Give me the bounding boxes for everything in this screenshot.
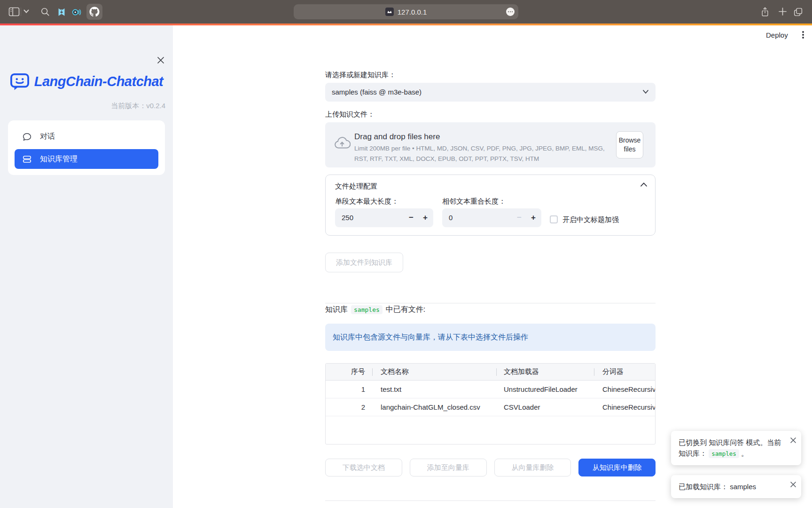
sidebar-close-icon[interactable] <box>156 56 165 65</box>
cell-loader: UnstructuredFileLoader <box>496 381 594 398</box>
file-dropzone[interactable]: Drag and drop files here Limit 200MB per… <box>325 122 656 167</box>
toast-kb-loaded: 已加载知识库： samples <box>671 475 801 498</box>
chunk-size-minus-button[interactable]: − <box>406 208 416 227</box>
kb-files-table: 序号 文档名称 文档加载器 分词器 1 test.txt Unstructure… <box>325 363 656 444</box>
kb-name-code: samples <box>709 449 739 458</box>
add-files-to-kb-button[interactable]: 添加文件到知识库 <box>325 253 403 272</box>
chunk-overlap-label: 相邻文本重合长度： <box>442 197 506 206</box>
kb-files-heading: 知识库 samples 中已有文件: <box>325 305 425 315</box>
dropzone-limit-text: Limit 200MB per file • HTML, MD, JSON, C… <box>354 143 606 164</box>
table-row[interactable]: 2 langchain-ChatGLM_closed.csv CSVLoader… <box>326 398 655 416</box>
chunk-overlap-input[interactable]: 0 − + <box>442 208 541 227</box>
download-selected-button[interactable]: 下载选中文档 <box>325 459 402 476</box>
table-row[interactable]: 1 test.txt UnstructuredFileLoader Chines… <box>326 381 655 398</box>
browser-toolbar: 127.0.0.1 <box>0 0 812 24</box>
sidebar-item-knowledge-base[interactable]: 知识库管理 <box>15 149 158 169</box>
cell-splitter: ChineseRecursiveT <box>594 381 655 398</box>
cell-name: langchain-ChatGLM_closed.csv <box>372 398 496 416</box>
chunk-size-label: 单段文本最大长度： <box>335 197 398 206</box>
app-logo: LangChain-Chatchat <box>0 72 173 91</box>
kb-select-label: 请选择或新建知识库： <box>325 71 396 79</box>
version-label: 当前版本：v0.2.4 <box>111 102 165 111</box>
sidebar-item-label: 对话 <box>40 132 55 142</box>
chunk-size-input[interactable]: 250 − + <box>335 208 433 227</box>
file-config-panel: 文件处理配置 单段文本最大长度： 相邻文本重合长度： 250 − + 0 − +… <box>325 175 656 236</box>
app-logo-text: LangChain-Chatchat <box>34 74 164 89</box>
toast-close-icon[interactable] <box>790 481 796 488</box>
share-icon[interactable] <box>760 7 770 17</box>
url-text: 127.0.0.1 <box>398 8 427 16</box>
zh-title-enhance-label: 开启中文标题加强 <box>562 215 619 224</box>
kb-select[interactable]: samples (faiss @ m3e-base) <box>325 83 656 102</box>
add-to-vector-store-button[interactable]: 添加至向量库 <box>410 459 487 476</box>
circles-extension-icon[interactable] <box>70 7 82 17</box>
table-header-row: 序号 文档名称 文档加载器 分词器 <box>326 364 655 381</box>
page-actions-ellipsis-icon[interactable] <box>506 8 515 16</box>
table-header-splitter[interactable]: 分词器 <box>594 364 655 380</box>
chunk-overlap-value[interactable]: 0 <box>449 208 453 227</box>
delete-from-kb-button[interactable]: 从知识库中删除 <box>578 459 656 476</box>
delete-from-vector-store-button[interactable]: 从向量库删除 <box>494 459 571 476</box>
tab-overview-icon[interactable] <box>793 7 803 17</box>
search-icon[interactable] <box>40 7 50 16</box>
sidebar-item-label: 知识库管理 <box>40 154 78 164</box>
zh-title-enhance-checkbox[interactable] <box>550 215 558 223</box>
toast-mode-switched: 已切换到 知识库问答 模式。当前知识库： samples 。 <box>671 431 801 465</box>
kb-files-heading-prefix: 知识库 <box>325 305 348 315</box>
chevron-down-icon[interactable] <box>23 9 29 14</box>
cell-splitter: ChineseRecursiveT <box>594 398 655 416</box>
cell-name: test.txt <box>372 381 496 398</box>
cell-loader: CSVLoader <box>496 398 594 416</box>
chatchat-logo-icon <box>10 72 30 91</box>
dropzone-title: Drag and drop files here <box>354 132 440 142</box>
cloud-upload-icon <box>334 136 351 150</box>
chevron-up-icon[interactable] <box>640 182 648 187</box>
address-bar[interactable]: 127.0.0.1 <box>294 4 518 19</box>
table-action-buttons: 下载选中文档 添加至向量库 从向量库删除 从知识库中删除 <box>325 459 656 476</box>
upload-label: 上传知识文件： <box>325 110 375 119</box>
chat-bubble-icon <box>22 132 32 142</box>
file-config-title: 文件处理配置 <box>335 182 377 191</box>
divider <box>325 303 656 303</box>
toast-close-icon[interactable] <box>790 437 796 444</box>
chunk-size-value[interactable]: 250 <box>342 208 353 227</box>
toast-text: 已加载知识库： samples <box>679 483 756 491</box>
chunk-size-plus-button[interactable]: + <box>420 208 430 227</box>
kb-name-code: samples <box>351 305 383 314</box>
github-extension-button[interactable] <box>86 4 102 20</box>
chunk-overlap-minus-button[interactable]: − <box>514 208 524 227</box>
kb-files-heading-suffix: 中已有文件: <box>386 305 425 315</box>
sidebar-item-dialogue[interactable]: 对话 <box>15 127 158 146</box>
chunk-overlap-plus-button[interactable]: + <box>528 208 539 227</box>
info-banner: 知识库中包含源文件与向量库，请从下表中选择文件后操作 <box>325 324 656 351</box>
sidebar-toggle-icon[interactable] <box>8 7 20 16</box>
deploy-button[interactable]: Deploy <box>766 31 788 39</box>
table-header-name[interactable]: 文档名称 <box>372 364 496 380</box>
kb-select-value: samples (faiss @ m3e-base) <box>332 88 422 96</box>
table-header-loader[interactable]: 文档加载器 <box>496 364 594 380</box>
sidebar-menu: 对话 知识库管理 <box>8 120 165 175</box>
info-banner-text: 知识库中包含源文件与向量库，请从下表中选择文件后操作 <box>333 333 528 342</box>
cell-no: 2 <box>326 398 372 416</box>
divider <box>325 500 656 501</box>
new-tab-icon[interactable] <box>778 7 787 16</box>
browse-files-button[interactable]: Browse files <box>616 131 643 159</box>
cell-no: 1 <box>326 381 372 398</box>
toast-text-suffix: 。 <box>741 449 748 457</box>
stacked-bars-icon <box>22 154 32 164</box>
site-favicon <box>385 8 394 16</box>
sidebar: LangChain-Chatchat 当前版本：v0.2.4 对话 知识库管理 <box>0 25 173 508</box>
toolbar-divider <box>21 8 21 16</box>
chevron-down-icon <box>642 89 649 94</box>
main-menu-kebab-icon[interactable] <box>798 29 808 40</box>
watt-toolkit-extension-icon[interactable] <box>56 7 67 17</box>
table-header-no[interactable]: 序号 <box>326 364 372 380</box>
